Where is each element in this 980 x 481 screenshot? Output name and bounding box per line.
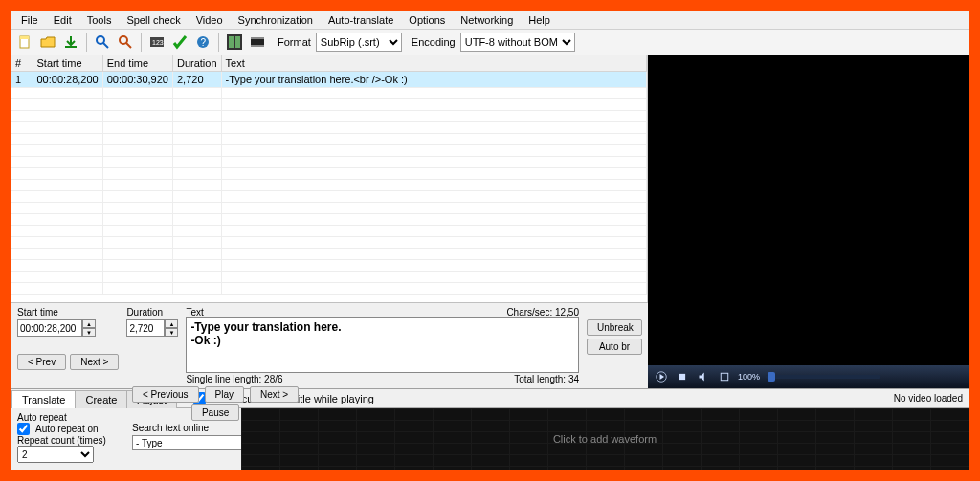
encoding-label: Encoding <box>412 36 456 48</box>
volume-icon[interactable] <box>696 369 711 384</box>
bottom-panel: Translate Create Adjust Select current s… <box>11 388 969 470</box>
menu-help[interactable]: Help <box>521 12 558 28</box>
next-button[interactable]: Next > <box>70 354 119 370</box>
menu-sync[interactable]: Synchronization <box>231 12 321 28</box>
start-time-label: Start time <box>17 307 119 317</box>
svg-line-6 <box>126 43 131 48</box>
table-row[interactable]: 1 00:00:28,200 00:00:30,920 2,720 -Type … <box>11 72 647 88</box>
autobr-button[interactable]: Auto br <box>587 339 642 355</box>
new-file-icon[interactable] <box>14 32 35 53</box>
start-time-input[interactable] <box>17 319 82 337</box>
svg-text:?: ? <box>201 37 207 48</box>
stop-icon[interactable] <box>675 369 690 384</box>
col-end[interactable]: End time <box>102 55 172 72</box>
translate-prev-button[interactable]: < Previous <box>132 386 199 403</box>
dur-up[interactable]: ▲ <box>165 319 178 328</box>
repeat-count-select[interactable]: 2 <box>17 446 94 463</box>
video-controls: 100% <box>648 365 969 388</box>
svg-rect-15 <box>251 37 264 39</box>
text-label: Text <box>186 307 203 317</box>
left-pane: # Start time End time Duration Text 1 00… <box>11 55 648 388</box>
single-line-length: Single line length: 28/6 <box>186 374 282 384</box>
col-num[interactable]: # <box>11 55 33 72</box>
menu-options[interactable]: Options <box>401 12 453 28</box>
video-seek-slider[interactable] <box>766 375 880 379</box>
video-icon[interactable] <box>247 32 268 53</box>
translate-play-button[interactable]: Play <box>205 386 244 403</box>
tab-translate[interactable]: Translate <box>11 390 76 408</box>
svg-rect-16 <box>251 45 264 47</box>
menu-bar: File Edit Tools Spell check Video Synchr… <box>11 11 969 30</box>
duration-label: Duration <box>126 307 178 317</box>
netflix-icon[interactable] <box>224 32 245 53</box>
waveform-hint: Click to add waveform <box>553 433 657 445</box>
waveform-area[interactable]: Click to add waveform <box>241 408 969 470</box>
svg-rect-13 <box>235 36 240 48</box>
line-editor: Start time ▲▼ < Prev Next > Duration ▲▼ <box>11 302 648 388</box>
svg-marker-18 <box>660 374 665 380</box>
toolbar: 123 ? Format SubRip (.srt) Encoding UTF-… <box>11 30 969 55</box>
open-file-icon[interactable] <box>37 32 58 53</box>
col-text[interactable]: Text <box>221 55 646 72</box>
auto-repeat-checkbox[interactable] <box>17 423 30 435</box>
menu-file[interactable]: File <box>13 12 46 28</box>
menu-edit[interactable]: Edit <box>46 12 79 28</box>
svg-point-3 <box>97 36 104 44</box>
translate-pause-button[interactable]: Pause <box>191 404 239 421</box>
spellcheck-icon[interactable] <box>169 32 190 53</box>
video-area[interactable] <box>648 55 969 365</box>
subtitle-text-input[interactable]: -Type your translation here. -Ok :) <box>186 317 579 373</box>
dur-dn[interactable]: ▼ <box>165 328 178 337</box>
translate-next-button[interactable]: Next > <box>250 386 299 403</box>
format-select[interactable]: SubRip (.srt) <box>316 33 402 52</box>
svg-rect-19 <box>679 374 685 380</box>
prev-button[interactable]: < Prev <box>17 354 66 370</box>
col-dur[interactable]: Duration <box>172 55 221 72</box>
svg-rect-1 <box>20 36 29 39</box>
repeat-count-label: Repeat count (times) <box>17 435 106 446</box>
app-window: File Edit Tools Spell check Video Synchr… <box>11 11 969 470</box>
col-start[interactable]: Start time <box>33 55 102 72</box>
start-dn[interactable]: ▼ <box>82 328 96 337</box>
format-label: Format <box>278 36 311 48</box>
start-up[interactable]: ▲ <box>82 319 96 328</box>
menu-video[interactable]: Video <box>189 12 231 28</box>
svg-rect-21 <box>721 373 728 381</box>
no-video-label: No video loaded <box>894 393 969 404</box>
find-icon[interactable] <box>92 32 113 53</box>
video-zoom-pct: 100% <box>738 372 760 382</box>
duration-spinner[interactable]: ▲▼ <box>126 319 178 337</box>
play-icon[interactable] <box>654 369 669 384</box>
encoding-select[interactable]: UTF-8 without BOM <box>460 33 575 52</box>
chars-per-sec: Chars/sec: 12,50 <box>506 307 579 317</box>
menu-spellcheck[interactable]: Spell check <box>119 12 188 28</box>
tab-create[interactable]: Create <box>75 390 127 408</box>
svg-marker-20 <box>700 373 704 382</box>
duration-input[interactable] <box>126 319 165 337</box>
svg-text:123: 123 <box>152 39 164 46</box>
svg-rect-2 <box>65 46 77 48</box>
unbreak-button[interactable]: Unbreak <box>587 319 642 336</box>
svg-line-4 <box>103 43 108 48</box>
replace-icon[interactable] <box>115 32 136 53</box>
translate-controls: Auto repeat Auto repeat on Repeat count … <box>11 408 241 470</box>
total-length: Total length: 34 <box>514 374 579 384</box>
subtitle-grid[interactable]: # Start time End time Duration Text 1 00… <box>11 55 648 302</box>
start-time-spinner[interactable]: ▲▼ <box>17 319 119 337</box>
svg-rect-12 <box>229 36 234 48</box>
settings-icon[interactable]: ? <box>192 32 213 53</box>
video-panel: 100% <box>648 55 969 388</box>
visual-sync-icon[interactable]: 123 <box>146 32 167 53</box>
main-area: # Start time End time Duration Text 1 00… <box>11 55 969 388</box>
menu-autotranslate[interactable]: Auto-translate <box>321 12 401 28</box>
fullscreen-icon[interactable] <box>717 369 732 384</box>
svg-point-5 <box>120 36 127 44</box>
menu-tools[interactable]: Tools <box>79 12 120 28</box>
save-icon[interactable] <box>60 32 81 53</box>
menu-networking[interactable]: Networking <box>453 12 521 28</box>
